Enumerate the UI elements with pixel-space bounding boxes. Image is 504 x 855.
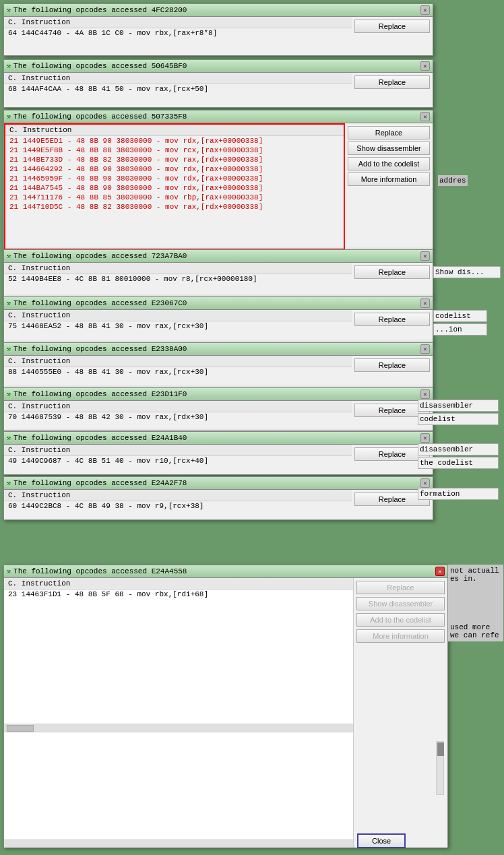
close-btn-area: Close bbox=[357, 833, 406, 848]
title-icon-1: ⚒ bbox=[7, 6, 11, 14]
table-area-7: C. Instruction 70 144687539 - 48 8B 42 3… bbox=[4, 401, 352, 422]
right-sidebar: not actuall es in. used more we can refe bbox=[448, 565, 503, 641]
table-row-3-1: 21 1449E5F8B - 48 8B 88 38030000 - mov r… bbox=[5, 146, 344, 155]
title-text-2: The following opcodes accessed 50645BF0 bbox=[13, 62, 187, 70]
table-row-3-6: 21 144711176 - 48 8B 85 38030000 - mov r… bbox=[5, 193, 344, 202]
table-header-4: C. Instruction bbox=[4, 263, 352, 274]
window-7-content: C. Instruction 70 144687539 - 48 8B 42 3… bbox=[4, 401, 433, 422]
add-codelist-btn-3[interactable]: Add to the codelist bbox=[348, 157, 430, 170]
table-header-8: C. Instruction bbox=[4, 445, 352, 456]
window-6: ⚒ The following opcodes accessed E2338A0… bbox=[3, 342, 433, 388]
more-info-btn-3[interactable]: More information bbox=[348, 172, 430, 186]
table-area-1: C. Instruction 64 144C44740 - 4A 8B 1C C… bbox=[4, 17, 352, 38]
window-8: ⚒ The following opcodes accessed E24A1B4… bbox=[3, 431, 433, 475]
title-icon-2: ⚒ bbox=[7, 62, 11, 70]
sidebar-text-3: used more bbox=[450, 623, 501, 631]
main-more-info-btn[interactable]: More information bbox=[356, 629, 445, 643]
close-btn-9[interactable]: ✕ bbox=[420, 478, 430, 488]
main-add-codelist-btn[interactable]: Add to the codelist bbox=[356, 613, 445, 627]
titlebar-1: ⚒ The following opcodes accessed 4FC2820… bbox=[4, 4, 433, 17]
vscroll-thumb[interactable] bbox=[437, 742, 444, 756]
main-replace-btn[interactable]: Replace bbox=[356, 581, 445, 594]
btn-panel-3: Replace Show disassembler Add to the cod… bbox=[345, 123, 433, 250]
replace-btn-1[interactable]: Replace bbox=[354, 20, 430, 33]
replace-btn-2[interactable]: Replace bbox=[354, 75, 430, 89]
window-3-content: C. Instruction 21 1449E5ED1 - 48 8B 90 3… bbox=[4, 123, 433, 250]
btn-panel-4: Replace bbox=[352, 263, 433, 284]
table-row-3-2: 21 144BE733D - 48 8B 82 38030000 - mov r… bbox=[5, 155, 344, 164]
title-text-9: The following opcodes accessed E24A2F78 bbox=[13, 479, 187, 487]
close-btn-1[interactable]: ✕ bbox=[420, 5, 430, 15]
close-btn-8[interactable]: ✕ bbox=[420, 433, 430, 443]
table-row-5-0: 75 14468EA52 - 48 8B 41 30 - mov rax,[rc… bbox=[4, 321, 352, 331]
main-close-btn[interactable]: ✕ bbox=[435, 567, 445, 576]
main-btn-panel: Replace Show disassembler Add to the cod… bbox=[353, 578, 447, 848]
table-header-6: C. Instruction bbox=[4, 356, 352, 367]
title-icon-6: ⚒ bbox=[7, 345, 11, 353]
title-icon-4: ⚒ bbox=[7, 252, 11, 260]
vscroll-bar[interactable] bbox=[436, 741, 444, 795]
replace-btn-3[interactable]: Replace bbox=[348, 126, 430, 139]
main-title-text: The following opcodes accessed E24A4558 bbox=[13, 567, 187, 575]
titlebar-3: ⚒ The following opcodes accessed 507335F… bbox=[4, 110, 433, 123]
main-content-spacer bbox=[4, 599, 353, 724]
window-9-content: C. Instruction 60 1449C2BC8 - 4C 8B 49 3… bbox=[4, 490, 433, 511]
title-text-6: The following opcodes accessed E2338A00 bbox=[13, 345, 187, 353]
table-area-3-bordered: C. Instruction 21 1449E5ED1 - 48 8B 90 3… bbox=[4, 123, 345, 250]
window-9: ⚒ The following opcodes accessed E24A2F7… bbox=[3, 476, 433, 520]
close-btn-5[interactable]: ✕ bbox=[420, 298, 430, 308]
main-text-area[interactable] bbox=[4, 732, 353, 840]
table-row-2-0: 68 144AF4CAA - 48 8B 41 50 - mov rax,[rc… bbox=[4, 84, 352, 94]
partial-disassembler-8: disassembler bbox=[418, 443, 499, 455]
sidebar-spacer bbox=[450, 583, 501, 623]
table-header-5: C. Instruction bbox=[4, 310, 352, 321]
replace-btn-5[interactable]: Replace bbox=[354, 313, 430, 326]
main-hscroll[interactable] bbox=[4, 724, 353, 732]
replace-btn-4[interactable]: Replace bbox=[354, 265, 430, 279]
close-btn-6[interactable]: ✕ bbox=[420, 344, 430, 354]
window-7: ⚒ The following opcodes accessed E23D11F… bbox=[3, 387, 433, 431]
sidebar-text-2: es in. bbox=[450, 575, 501, 583]
window-5: ⚒ The following opcodes accessed E23067C… bbox=[3, 296, 433, 344]
hscroll-thumb[interactable] bbox=[7, 725, 34, 732]
main-window: ⚒ The following opcodes accessed E24A455… bbox=[3, 565, 448, 848]
title-icon-3: ⚒ bbox=[7, 113, 11, 121]
window-2-content: C. Instruction 68 144AF4CAA - 48 8B 41 5… bbox=[4, 73, 433, 94]
title-text-8: The following opcodes accessed E24A1B40 bbox=[13, 434, 187, 442]
replace-btn-6[interactable]: Replace bbox=[354, 358, 430, 372]
partial-disassembler-7: disassembler bbox=[418, 400, 499, 412]
window-6-content: C. Instruction 88 1446555E0 - 48 8B 41 3… bbox=[4, 356, 433, 377]
table-row-3-7: 21 144710D5C - 48 8B 82 38030000 - mov r… bbox=[5, 202, 344, 212]
table-row-7-0: 70 144687539 - 48 8B 42 30 - mov rax,[rd… bbox=[4, 412, 352, 422]
titlebar-4: ⚒ The following opcodes accessed 723A7BA… bbox=[4, 250, 433, 263]
close-btn-3[interactable]: ✕ bbox=[420, 112, 430, 121]
window-3: ⚒ The following opcodes accessed 507335F… bbox=[3, 110, 433, 250]
titlebar-6: ⚒ The following opcodes accessed E2338A0… bbox=[4, 343, 433, 356]
close-button[interactable]: Close bbox=[357, 833, 406, 848]
title-icon-5: ⚒ bbox=[7, 299, 11, 307]
table-row-6-0: 88 1446555E0 - 48 8B 41 30 - mov rax,[rc… bbox=[4, 367, 352, 377]
table-area-5: C. Instruction 75 14468EA52 - 48 8B 41 3… bbox=[4, 310, 352, 331]
table-row-3-3: 21 144664292 - 48 8B 90 38030000 - mov r… bbox=[5, 164, 344, 174]
table-header-7: C. Instruction bbox=[4, 401, 352, 412]
window-5-content: C. Instruction 75 14468EA52 - 48 8B 41 3… bbox=[4, 310, 433, 331]
btn-panel-6: Replace bbox=[352, 356, 433, 377]
main-left: C. Instruction 23 14463F1D1 - 48 8B 5F 6… bbox=[4, 578, 353, 848]
close-btn-7[interactable]: ✕ bbox=[420, 389, 430, 399]
table-row-3-0: 21 1449E5ED1 - 48 8B 90 38030000 - mov r… bbox=[5, 136, 344, 146]
window-4-content: C. Instruction 52 1449B4EE8 - 4C 8B 81 8… bbox=[4, 263, 433, 284]
window-4: ⚒ The following opcodes accessed 723A7BA… bbox=[3, 249, 433, 298]
main-vscroll-bottom[interactable] bbox=[4, 840, 353, 848]
title-text-7: The following opcodes accessed E23D11F0 bbox=[13, 390, 187, 398]
titlebar-7: ⚒ The following opcodes accessed E23D11F… bbox=[4, 388, 433, 401]
title-icon-9: ⚒ bbox=[7, 479, 11, 487]
table-header-1: C. Instruction bbox=[4, 17, 352, 28]
close-btn-4[interactable]: ✕ bbox=[420, 251, 430, 261]
titlebar-8: ⚒ The following opcodes accessed E24A1B4… bbox=[4, 432, 433, 445]
show-disassembler-btn-3[interactable]: Show disassembler bbox=[348, 141, 430, 155]
titlebar-9: ⚒ The following opcodes accessed E24A2F7… bbox=[4, 477, 433, 490]
main-show-disassembler-btn[interactable]: Show disassembler bbox=[356, 597, 445, 610]
close-btn-2[interactable]: ✕ bbox=[420, 61, 430, 71]
title-text-3: The following opcodes accessed 507335F8 bbox=[13, 113, 187, 121]
btn-panel-1: Replace bbox=[352, 17, 433, 38]
